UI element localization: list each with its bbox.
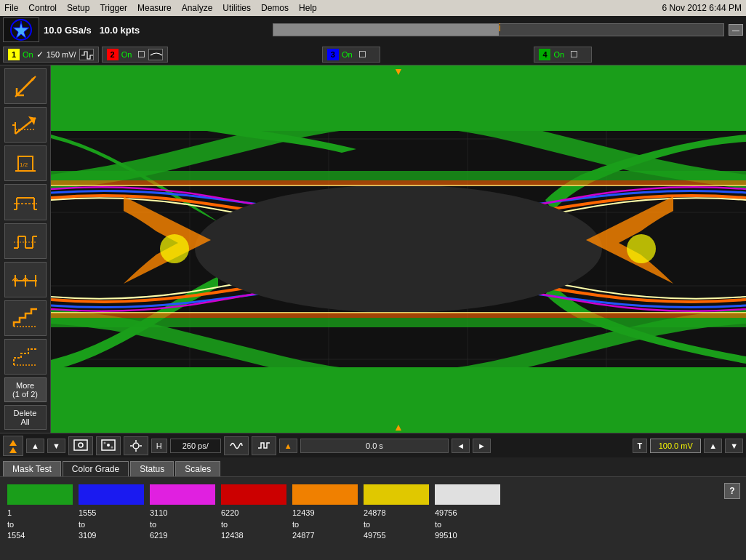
channel-2-button[interactable]: 2 On ☐: [102, 47, 169, 63]
tool-slope-up[interactable]: [4, 107, 47, 143]
color-grade-legend: 1 to 1554 1555 to 3109 3110 to 6219 6220…: [0, 476, 746, 549]
tool-double-pulse[interactable]: [4, 262, 47, 297]
ch1-on-label: On: [23, 50, 33, 59]
svg-point-64: [133, 443, 139, 449]
ch1-number: 1: [8, 49, 20, 60]
svg-rect-52: [51, 180, 746, 185]
down-arrow[interactable]: ▼: [47, 439, 65, 453]
channel-3-button[interactable]: 3 On ☐: [322, 47, 380, 63]
bandwidth-icon[interactable]: [252, 436, 276, 455]
time-position-value[interactable]: 0.0 s: [300, 439, 449, 453]
acquisition-progress: i: [273, 23, 724, 36]
menu-utilities[interactable]: Utilities: [222, 3, 251, 13]
coupling-icon[interactable]: [224, 436, 249, 455]
tool-diagonal-arrow[interactable]: [4, 68, 47, 104]
svg-point-61: [107, 444, 110, 447]
datetime: 6 Nov 2012 6:44 PM: [662, 3, 742, 13]
progress-marker: i: [499, 22, 501, 33]
svg-rect-54: [51, 171, 746, 180]
tool-pulse[interactable]: 1/2: [4, 145, 47, 181]
main-layout: 1/2: [0, 65, 746, 433]
legend-item-6: 49756 to 99510: [435, 484, 500, 541]
tabs-row: Mask Test Color Grade Status Scales: [0, 457, 746, 476]
svg-point-47: [160, 234, 189, 263]
legend-color-1: [79, 484, 144, 505]
svg-rect-58: [74, 440, 87, 450]
ch2-on-label: On: [121, 50, 132, 59]
persistence-icon[interactable]: [96, 436, 121, 455]
ch3-number: 3: [327, 49, 339, 60]
minimize-button[interactable]: —: [729, 24, 743, 36]
bottom-controls: ▲ ▼ H 260 ps/: [0, 433, 746, 457]
legend-item-2: 3110 to 6219: [150, 484, 215, 541]
legend-range-5: 24878 to 49755: [364, 508, 386, 541]
trigger-section: T: [633, 439, 648, 453]
logo-icon: [8, 17, 34, 42]
channel-1-button[interactable]: 1 On ✓ 150 mV/: [3, 47, 99, 63]
legend-item-1: 1555 to 3109: [79, 484, 144, 541]
ch4-on-label: On: [553, 50, 564, 59]
menubar: File Control Setup Trigger Measure Analy…: [0, 0, 746, 16]
tool-dotted-staircase[interactable]: [4, 339, 47, 375]
tab-scales[interactable]: Scales: [175, 461, 220, 476]
vert-arrows-up[interactable]: [3, 436, 23, 456]
delete-all-button[interactable]: Delete All: [4, 405, 47, 430]
menu-file[interactable]: File: [4, 3, 18, 13]
ch3-on-label: On: [342, 50, 353, 59]
menu-items: File Control Setup Trigger Measure Analy…: [4, 3, 317, 13]
trigger-position-top-marker: ▼: [393, 65, 404, 77]
svg-point-63: [111, 446, 113, 448]
legend-item-5: 24878 to 49755: [364, 484, 429, 541]
legend-range-6: 49756 to 99510: [435, 508, 457, 541]
nav-left[interactable]: ◄: [452, 439, 470, 453]
help-button[interactable]: ?: [724, 483, 740, 499]
svg-text:1/2: 1/2: [20, 161, 28, 168]
svg-point-46: [195, 185, 602, 313]
svg-point-48: [627, 234, 656, 263]
tool-wide-pulse[interactable]: [4, 184, 47, 220]
menu-control[interactable]: Control: [28, 3, 57, 13]
channel-4-button[interactable]: 4 On ☐: [534, 47, 592, 63]
display-icon[interactable]: [68, 436, 93, 455]
menu-help[interactable]: Help: [299, 3, 317, 13]
left-toolbar: 1/2: [0, 65, 51, 433]
menu-measure[interactable]: Measure: [137, 3, 172, 13]
menu-demos[interactable]: Demos: [261, 3, 289, 13]
tool-staircase[interactable]: [4, 300, 47, 336]
nav-right[interactable]: ►: [473, 439, 491, 453]
sample-rate-display: 10.0 GSa/s 10.0 kpts: [44, 25, 268, 36]
legend-range-2: 3110 to 6219: [150, 508, 167, 541]
tab-mask-test[interactable]: Mask Test: [3, 461, 61, 476]
trigger-position-bottom-marker: ▲: [393, 421, 404, 433]
trigger-level-down[interactable]: ▼: [725, 439, 743, 453]
scope-display: ▼ ▲ 1 2 T ↕1: [51, 65, 746, 433]
tab-color-grade[interactable]: Color Grade: [63, 461, 129, 476]
ch1-waveform-icon: [79, 49, 94, 60]
menu-trigger[interactable]: Trigger: [100, 3, 127, 13]
top-area: 10.0 GSa/s 10.0 kpts i —: [0, 16, 746, 44]
legend-color-6: [435, 484, 500, 505]
legend-item-0: 1 to 1554: [7, 484, 73, 541]
channel-row: 1 On ✓ 150 mV/ 2 On ☐ 3 On ☐ 4 On ☐: [0, 44, 746, 65]
brightness-icon[interactable]: [124, 436, 148, 455]
menu-setup[interactable]: Setup: [67, 3, 89, 13]
trigger-level-value[interactable]: 100.0 mV: [650, 439, 701, 453]
svg-rect-53: [51, 313, 746, 318]
legend-item-4: 12439 to 24877: [292, 484, 358, 541]
more-button[interactable]: More (1 of 2): [4, 377, 47, 402]
tool-split-pulse[interactable]: [4, 223, 47, 259]
legend-color-0: [7, 484, 73, 505]
legend-color-2: [150, 484, 215, 505]
legend-range-0: 1 to 1554: [7, 508, 25, 541]
legend-range-3: 6220 to 12438: [221, 508, 244, 541]
trigger-level-up[interactable]: ▲: [704, 439, 722, 453]
h-timebase-value[interactable]: 260 ps/: [170, 439, 221, 453]
svg-point-62: [103, 441, 105, 444]
legend-color-3: [221, 484, 286, 505]
up-arrow[interactable]: ▲: [26, 439, 44, 453]
trigger-up-indicator[interactable]: ▲: [279, 439, 297, 453]
svg-marker-1: [13, 21, 29, 39]
menu-analyze[interactable]: Analyze: [182, 3, 213, 13]
legend-range-4: 12439 to 24877: [292, 508, 315, 541]
tab-status[interactable]: Status: [130, 461, 174, 476]
